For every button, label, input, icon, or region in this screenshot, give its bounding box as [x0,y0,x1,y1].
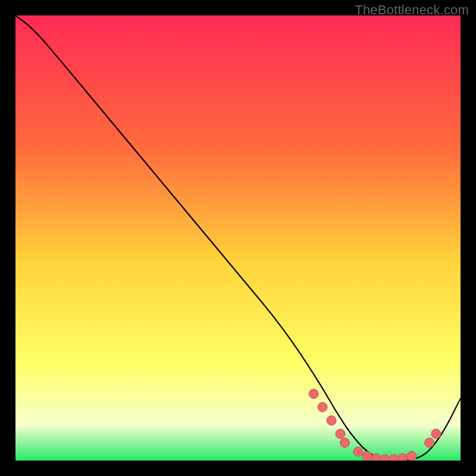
data-dot [318,402,327,412]
data-dot [425,438,434,447]
data-dot [398,453,408,461]
gradient-background [15,15,461,461]
data-dot [353,447,363,456]
chart-svg [15,15,461,461]
watermark-label: TheBottleneck.com [355,2,469,18]
data-dot [309,389,318,399]
data-dot [362,452,372,461]
plot-area [15,15,461,461]
chart-frame: TheBottleneck.com [0,0,476,476]
data-dot [431,429,441,439]
data-dot [336,429,345,439]
data-dot [371,453,381,461]
data-dot [327,416,336,425]
data-dot [407,452,416,461]
data-dot [340,438,350,447]
